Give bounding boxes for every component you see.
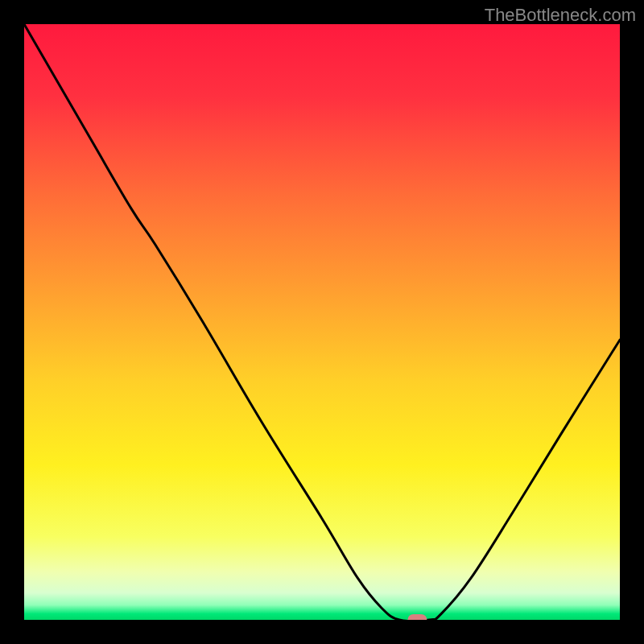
chart-svg <box>24 24 620 620</box>
chart-container: TheBottleneck.com <box>0 0 644 644</box>
current-position-marker <box>407 614 427 620</box>
watermark-text: TheBottleneck.com <box>485 5 636 26</box>
plot-area <box>24 24 620 620</box>
gradient-background <box>24 24 620 620</box>
